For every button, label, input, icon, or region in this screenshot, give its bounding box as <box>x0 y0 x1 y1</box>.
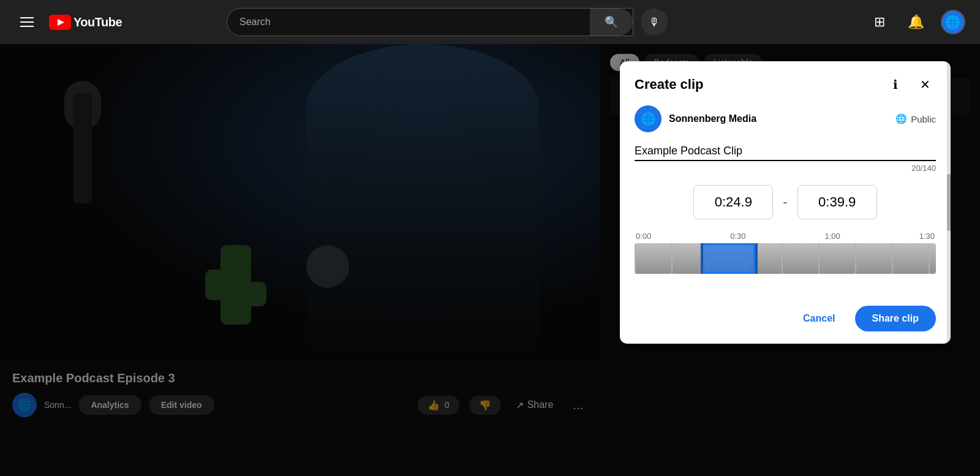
timeline-left-handle[interactable] <box>701 243 703 274</box>
time-range: 0:24.9 - 0:39.9 <box>635 185 936 219</box>
globe-public-icon: 🌐 <box>895 113 907 124</box>
timeline-label-1: 0:30 <box>730 232 745 241</box>
timeline-track[interactable] <box>635 243 936 274</box>
channel-name-modal: Sonnenberg Media <box>669 113 756 124</box>
visibility-badge: 🌐 Public <box>895 113 936 124</box>
search-bar: 🔍 <box>227 8 633 36</box>
main-content: Example Podcast Episode 3 🌐 Sonn... Anal… <box>0 44 980 476</box>
voice-search-button[interactable]: 🎙 <box>641 9 668 36</box>
search-input[interactable] <box>227 9 590 36</box>
info-icon: ℹ <box>893 77 898 92</box>
create-clip-modal: Create clip ℹ ✕ 🌐 <box>620 61 951 344</box>
close-icon: ✕ <box>920 77 930 92</box>
modal-title: Create clip <box>635 77 704 93</box>
modal-body: 🌐 Sonnenberg Media 🌐 Public 20/140 0:24.… <box>620 105 951 298</box>
public-label: Public <box>911 114 936 124</box>
time-dash: - <box>783 194 787 210</box>
search-button[interactable]: 🔍 <box>590 9 633 36</box>
modal-header-icons: ℹ ✕ <box>884 74 936 96</box>
logo-text: YouTube <box>74 15 122 29</box>
modal-info-button[interactable]: ℹ <box>884 74 907 96</box>
end-time[interactable]: 0:39.9 <box>797 185 877 219</box>
modal-footer: Cancel Share clip <box>620 298 951 344</box>
channel-row: 🌐 Sonnenberg Media 🌐 Public <box>635 105 936 132</box>
timeline-labels: 0:00 0:30 1:00 1:30 <box>635 232 936 241</box>
modal-header: Create clip ℹ ✕ <box>620 61 951 105</box>
avatar-button[interactable]: 🌐 <box>941 10 965 34</box>
timeline-selected-range[interactable] <box>701 243 755 274</box>
cancel-button[interactable]: Cancel <box>791 306 847 331</box>
avatar-icon: 🌐 <box>945 15 960 29</box>
hamburger-menu-button[interactable] <box>15 10 39 34</box>
timeline: 0:00 0:30 1:00 1:30 <box>635 232 936 274</box>
share-clip-button[interactable]: Share clip <box>855 306 936 331</box>
channel-info: 🌐 Sonnenberg Media <box>635 105 756 132</box>
search-area: 🔍 🎙 <box>227 8 668 36</box>
youtube-icon <box>49 15 71 30</box>
youtube-logo[interactable]: YouTube <box>49 15 122 30</box>
modal-scrollbar-thumb[interactable] <box>947 174 951 230</box>
char-count: 20/140 <box>635 164 936 173</box>
start-time[interactable]: 0:24.9 <box>693 185 773 219</box>
modal-scrollbar <box>947 61 951 344</box>
timeline-label-2: 1:00 <box>824 232 840 241</box>
channel-avatar-modal: 🌐 <box>635 105 662 132</box>
header: YouTube 🔍 🎙 ⊞ 🔔 🌐 <box>0 0 980 44</box>
hamburger-icon <box>15 12 39 32</box>
timeline-right-handle[interactable] <box>755 243 758 274</box>
notifications-button[interactable]: 🔔 <box>904 10 929 34</box>
timeline-label-0: 0:00 <box>636 232 651 241</box>
header-left: YouTube <box>15 10 122 34</box>
timeline-label-3: 1:30 <box>919 232 935 241</box>
channel-globe-icon: 🌐 <box>641 111 656 126</box>
modal-close-button[interactable]: ✕ <box>914 74 936 96</box>
header-right: ⊞ 🔔 🌐 <box>867 10 965 34</box>
filmstrip <box>635 243 936 274</box>
create-button[interactable]: ⊞ <box>867 10 892 34</box>
modal-overlay: Create clip ℹ ✕ 🌐 <box>0 44 980 476</box>
clip-title-input[interactable] <box>635 142 936 161</box>
